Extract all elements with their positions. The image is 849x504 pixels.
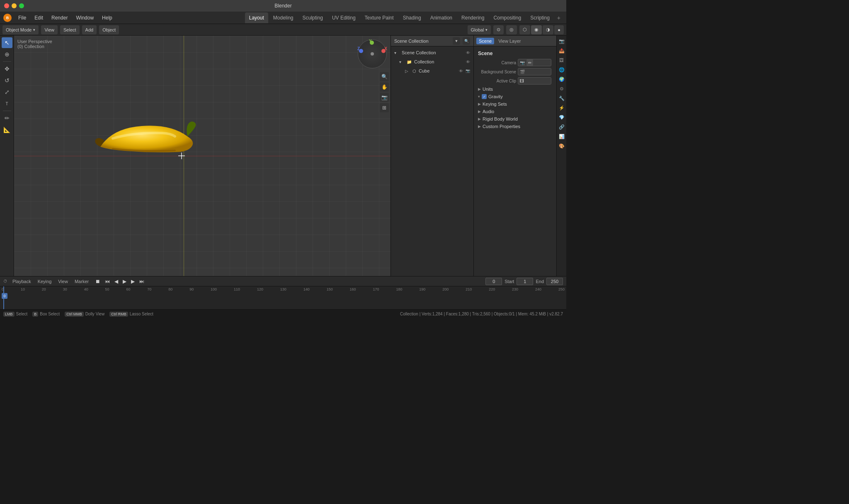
select-menu[interactable]: Select [60, 25, 80, 34]
stop-button[interactable]: ⏹ [94, 278, 102, 285]
scale-tool[interactable]: ⤢ [2, 87, 12, 97]
active-clip-prop-value[interactable]: 🎞 [518, 77, 551, 85]
cursor-tool[interactable]: ⊕ [2, 49, 12, 60]
object-props-tab[interactable]: ⚙ [557, 84, 566, 93]
view-layer-props-tab[interactable]: 🖼 [557, 56, 566, 65]
playback-menu[interactable]: Playback [11, 278, 33, 285]
tab-uv-editing[interactable]: UV Editing [328, 12, 360, 23]
rendered-button[interactable]: ● [554, 25, 564, 34]
world-props-tab[interactable]: 🌍 [557, 75, 566, 84]
global-dropdown[interactable]: Global [468, 25, 491, 34]
menu-render[interactable]: Render [50, 14, 69, 22]
tab-sculpting[interactable]: Sculpting [298, 12, 327, 23]
proportional-edit-button[interactable]: ◎ [506, 25, 517, 34]
end-frame-input[interactable] [546, 278, 563, 285]
tab-scripting[interactable]: Scripting [526, 12, 554, 23]
scene-collection-visibility[interactable]: 👁 [466, 51, 470, 55]
menu-edit[interactable]: Edit [33, 14, 45, 22]
background-scene-prop-value[interactable]: 🎬 [518, 68, 551, 75]
tab-animation[interactable]: Animation [426, 12, 456, 23]
window-controls[interactable] [4, 3, 24, 8]
camera-prop-row: Camera 📷 ✏ [475, 58, 555, 67]
object-mode-dropdown[interactable]: Object Mode [2, 25, 39, 34]
cube-visibility[interactable]: 👁 [459, 69, 463, 73]
menu-help[interactable]: Help [100, 14, 114, 22]
menu-window[interactable]: Window [74, 14, 95, 22]
add-workspace-button[interactable]: + [555, 15, 563, 21]
navigation-gizmo[interactable]: X Y Z [356, 37, 389, 70]
start-frame-input[interactable] [517, 278, 533, 285]
tab-compositing[interactable]: Compositing [489, 12, 525, 23]
units-section[interactable]: ▶ Units [475, 85, 555, 93]
camera-view-button[interactable]: 📷 [380, 93, 389, 102]
material-props-tab[interactable]: 🎨 [557, 141, 566, 150]
close-button[interactable] [4, 3, 9, 8]
keying-sets-section[interactable]: ▶ Keying Sets [475, 100, 555, 108]
view-menu-timeline[interactable]: View [56, 278, 70, 285]
viewport-canvas[interactable]: User Perspective (0) Collection [14, 36, 391, 276]
tab-shading[interactable]: Shading [399, 12, 425, 23]
gravity-checkbox[interactable]: ✓ [482, 94, 487, 99]
scene-props-tab[interactable]: 🌐 [557, 65, 566, 74]
zoom-in-button[interactable]: 🔍 [380, 72, 389, 81]
banana-object[interactable] [88, 107, 204, 166]
minimize-button[interactable] [12, 3, 17, 8]
keying-menu[interactable]: Keying [36, 278, 53, 285]
outliner-item-cube[interactable]: ▷ ⬡ Cube 👁 📷 [391, 66, 473, 75]
outliner-item-scene-collection[interactable]: ▾ Scene Collection 👁 [391, 48, 473, 57]
object-menu[interactable]: Object [99, 25, 119, 34]
gravity-label: Gravity [488, 94, 503, 99]
particles-props-tab[interactable]: ⚡ [557, 103, 566, 112]
annotate-tool[interactable]: ✏ [2, 113, 12, 124]
tab-texture-paint[interactable]: Texture Paint [361, 12, 398, 23]
step-back-button[interactable]: ◀ [113, 278, 120, 285]
custom-properties-section[interactable]: ▶ Custom Properties [475, 123, 555, 130]
menu-file[interactable]: File [17, 14, 28, 22]
physics-props-tab[interactable]: 💎 [557, 113, 566, 122]
prev-keyframe-button[interactable]: ⏮ [103, 278, 112, 285]
tab-rendering[interactable]: Rendering [457, 12, 488, 23]
next-keyframe-button[interactable]: ⏭ [138, 278, 146, 285]
lasso-select-label: Lasso Select [130, 312, 153, 316]
tick-150: 150 [327, 287, 333, 291]
outliner-item-collection[interactable]: ▾ 📁 Collection 👁 [391, 57, 473, 66]
marker-menu[interactable]: Marker [73, 278, 90, 285]
perspective-ortho-button[interactable]: ⊞ [380, 103, 389, 112]
outliner-search-button[interactable]: 🔍 [463, 37, 470, 45]
collection-visibility[interactable]: 👁 [466, 60, 470, 64]
maximize-button[interactable] [19, 3, 24, 8]
timeline-scrubber[interactable]: 0 10 20 30 40 50 60 70 80 90 100 110 120… [0, 286, 566, 309]
transform-tool[interactable]: T [2, 98, 12, 109]
tab-scene-button[interactable]: Scene [476, 38, 494, 44]
pan-button[interactable]: ✋ [380, 82, 389, 92]
gravity-section[interactable]: ▾ ✓ Gravity [475, 93, 555, 100]
snap-button[interactable]: ⊙ [493, 25, 504, 34]
render-props-tab[interactable]: 📷 [557, 36, 566, 46]
solid-button[interactable]: ◉ [531, 25, 542, 34]
step-forward-button[interactable]: ▶ [129, 278, 136, 285]
tab-modeling[interactable]: Modeling [269, 12, 298, 23]
select-tool[interactable]: ↖ [2, 37, 12, 48]
data-props-tab[interactable]: 📊 [557, 132, 566, 141]
current-frame-input[interactable] [485, 278, 502, 285]
measure-tool[interactable]: 📐 [2, 124, 12, 135]
move-tool[interactable]: ✥ [2, 63, 12, 74]
rotate-tool[interactable]: ↺ [2, 75, 12, 86]
modifier-props-tab[interactable]: 🔧 [557, 94, 566, 103]
cube-render-icon[interactable]: 📷 [466, 69, 470, 73]
looksdev-button[interactable]: ◑ [543, 25, 553, 34]
constraints-props-tab[interactable]: 🔗 [557, 122, 566, 131]
viewport-header-bar: Object Mode View Select Add Object Globa… [0, 24, 566, 36]
camera-prop-value[interactable]: 📷 ✏ [518, 59, 551, 66]
rigid-body-world-section[interactable]: ▶ Rigid Body World [475, 115, 555, 123]
tab-layout[interactable]: Layout [245, 12, 268, 23]
add-menu[interactable]: Add [82, 25, 97, 34]
output-props-tab[interactable]: 📤 [557, 46, 566, 55]
view-menu[interactable]: View [41, 25, 58, 34]
tab-view-layer-button[interactable]: View Layer [496, 38, 523, 44]
outliner-filter-button[interactable]: ▼ [453, 37, 460, 45]
wireframe-button[interactable]: ⬡ [519, 25, 530, 34]
camera-edit-button[interactable]: ✏ [526, 59, 533, 66]
audio-section[interactable]: ▶ Audio [475, 108, 555, 115]
play-button[interactable]: ▶ [121, 278, 128, 285]
